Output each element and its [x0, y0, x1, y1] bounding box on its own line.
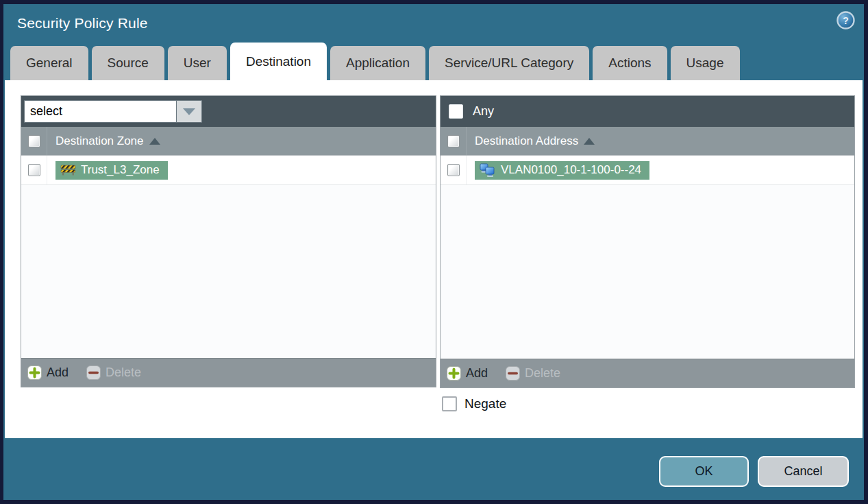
tab-source[interactable]: Source [92, 46, 164, 80]
cancel-button[interactable]: Cancel [758, 456, 849, 487]
dialog-title: Security Policy Rule [17, 4, 148, 43]
zone-select-all-checkbox[interactable] [28, 135, 40, 147]
negate-label: Negate [464, 396, 506, 411]
zone-filter-toolbar [21, 96, 436, 127]
tab-content-destination: Destination Zone [5, 80, 863, 438]
address-panel-footer: Add Delete [441, 359, 854, 387]
any-label: Any [473, 104, 494, 119]
address-column-header[interactable]: Destination Address [475, 134, 578, 148]
address-row-checkbox[interactable] [447, 164, 460, 176]
zone-table-body: Trust_L3_Zone [21, 156, 436, 358]
sort-ascending-icon[interactable] [149, 138, 160, 145]
zone-row-checkbox[interactable] [28, 164, 40, 176]
zone-select-combo [24, 100, 202, 123]
delete-button-label: Delete [106, 365, 141, 380]
minus-icon [506, 366, 520, 381]
any-checkbox[interactable] [449, 104, 463, 119]
zone-item-chip[interactable]: Trust_L3_Zone [55, 161, 168, 180]
address-table-header: Destination Address [441, 127, 854, 156]
tab-application[interactable]: Application [330, 46, 425, 80]
address-row-checkbox-cell [441, 156, 467, 184]
address-any-toolbar: Any [441, 96, 854, 127]
destination-address-panel: Any Destination Address [440, 95, 855, 388]
delete-address-button[interactable]: Delete [506, 366, 560, 381]
minus-icon [86, 365, 101, 380]
table-row: VLAN0100_10-1-100-0--24 [441, 156, 854, 185]
tab-actions[interactable]: Actions [593, 46, 667, 80]
zone-column-header[interactable]: Destination Zone [55, 134, 144, 148]
plus-icon [27, 365, 42, 380]
zone-select-input[interactable] [24, 100, 176, 123]
tab-usage[interactable]: Usage [671, 46, 740, 80]
add-zone-button[interactable]: Add [27, 365, 69, 380]
plus-icon [447, 366, 461, 381]
negate-option: Negate [442, 396, 506, 411]
zone-item-label: Trust_L3_Zone [81, 163, 160, 177]
tab-general[interactable]: General [10, 46, 88, 80]
zone-barrier-icon [60, 164, 76, 176]
destination-zone-panel: Destination Zone [21, 95, 436, 387]
add-button-label: Add [47, 365, 69, 380]
delete-button-label: Delete [525, 366, 560, 381]
ok-button[interactable]: OK [659, 456, 749, 487]
address-item-chip[interactable]: VLAN0100_10-1-100-0--24 [475, 161, 649, 180]
address-item-label: VLAN0100_10-1-100-0--24 [501, 163, 641, 177]
zone-header-checkbox-cell [21, 127, 47, 155]
svg-text:?: ? [843, 15, 849, 26]
address-header-checkbox-cell [441, 127, 467, 155]
dialog-tabbar: General Source User Destination Applicat… [3, 43, 864, 80]
dialog-titlebar: Security Policy Rule ? [3, 4, 864, 43]
add-address-button[interactable]: Add [447, 366, 488, 381]
address-hosts-icon [480, 163, 496, 177]
address-table-body: VLAN0100_10-1-100-0--24 [441, 156, 854, 359]
negate-checkbox[interactable] [442, 396, 457, 411]
help-icon[interactable]: ? [836, 11, 855, 29]
table-row: Trust_L3_Zone [21, 156, 436, 185]
address-select-all-checkbox[interactable] [447, 135, 460, 147]
zone-panel-footer: Add Delete [21, 358, 436, 387]
tab-service-url-category[interactable]: Service/URL Category [429, 46, 589, 80]
security-policy-rule-dialog: Security Policy Rule ? General Source Us… [3, 4, 864, 500]
chevron-down-icon [183, 108, 195, 115]
sort-ascending-icon[interactable] [584, 138, 595, 145]
zone-table-header: Destination Zone [21, 127, 436, 156]
tab-destination[interactable]: Destination [230, 43, 327, 80]
tab-user[interactable]: User [168, 46, 227, 80]
delete-zone-button[interactable]: Delete [86, 365, 141, 380]
zone-row-checkbox-cell [21, 156, 47, 184]
add-button-label: Add [466, 366, 488, 381]
zone-select-dropdown-button[interactable] [176, 100, 202, 123]
